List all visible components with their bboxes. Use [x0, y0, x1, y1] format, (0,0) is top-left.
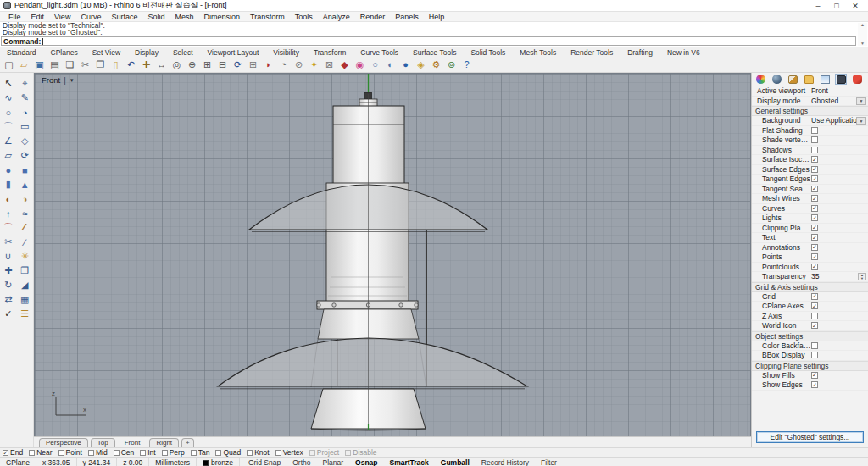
- viewport-tab-perspective[interactable]: Perspective: [39, 438, 88, 447]
- shaded-view-icon[interactable]: ◐: [384, 58, 397, 71]
- tool-loft-icon[interactable]: ≈: [17, 206, 34, 220]
- osnap-checkbox-mid[interactable]: [88, 450, 94, 456]
- viewport-title[interactable]: Front | ▼: [42, 75, 75, 85]
- menu-tools[interactable]: Tools: [290, 13, 318, 21]
- checkbox-tangent-edges[interactable]: ✓: [811, 175, 818, 182]
- menu-analyze[interactable]: Analyze: [318, 13, 355, 21]
- osnap-cen[interactable]: Cen: [114, 448, 135, 457]
- tool-rectangle-icon[interactable]: ▭: [17, 119, 34, 134]
- viewport-tab-front[interactable]: Front: [118, 438, 147, 447]
- checkbox-mesh-wires[interactable]: ✓: [811, 195, 818, 202]
- checkbox-flat-shading[interactable]: [811, 127, 818, 134]
- checkbox-lights[interactable]: ✓: [811, 214, 818, 221]
- cplane-indicator[interactable]: CPlane: [0, 458, 36, 466]
- tool-select-icon[interactable]: ↖: [0, 76, 17, 91]
- tool-trim-icon[interactable]: ✂: [0, 235, 17, 249]
- osnap-quad[interactable]: Quad: [215, 448, 241, 457]
- toolbar-tab-surface-tools[interactable]: Surface Tools: [413, 48, 456, 57]
- y-coordinate[interactable]: y 241.34: [77, 458, 118, 466]
- toggle-osnap[interactable]: Osnap: [355, 458, 377, 466]
- tool-fillet-icon[interactable]: ⌒: [0, 220, 17, 235]
- libraries-tab[interactable]: [852, 75, 862, 84]
- checkbox-surface-isocurves[interactable]: ✓: [811, 156, 818, 163]
- tool-revolve-icon[interactable]: ⟳: [17, 148, 34, 163]
- dropdown-arrow-icon[interactable]: ▼: [856, 117, 866, 125]
- color-wheel-icon[interactable]: ◉: [353, 58, 366, 71]
- checkbox-color-backfaces[interactable]: [811, 342, 818, 349]
- viewport-menu-caret-icon[interactable]: ▼: [70, 78, 75, 83]
- minimize-button[interactable]: –: [809, 2, 827, 10]
- maximize-button[interactable]: □: [827, 2, 846, 10]
- pan-view-icon[interactable]: ✚: [140, 58, 153, 71]
- menu-transform[interactable]: Transform: [245, 13, 290, 21]
- toggle-record-history[interactable]: Record History: [481, 458, 529, 466]
- osnap-disable[interactable]: Disable: [345, 448, 376, 457]
- tool-scale-icon[interactable]: ◢: [17, 278, 34, 292]
- tool-curve-icon[interactable]: ∿: [0, 91, 17, 105]
- toggle-smarttrack[interactable]: SmartTrack: [390, 458, 429, 466]
- material-icon[interactable]: ◈: [415, 58, 427, 71]
- pendant-lamp-model[interactable]: z x: [35, 74, 750, 435]
- properties-tab[interactable]: [755, 75, 765, 84]
- menu-panels[interactable]: Panels: [390, 13, 424, 21]
- osnap-checkbox-point[interactable]: [58, 450, 64, 456]
- x-coordinate[interactable]: x 363.05: [36, 458, 77, 466]
- osnap-perp[interactable]: Perp: [162, 448, 185, 457]
- tool-ellipse-icon[interactable]: ◔: [17, 105, 34, 119]
- toolbar-tab-standard[interactable]: Standard: [7, 48, 36, 57]
- menu-help[interactable]: Help: [424, 13, 450, 21]
- checkbox-pointclouds[interactable]: ✓: [811, 264, 818, 270]
- osnap-checkbox-near[interactable]: [29, 450, 35, 456]
- toolbar-tab-curve-tools[interactable]: Curve Tools: [360, 48, 398, 57]
- paste-icon[interactable]: ▯: [109, 58, 122, 71]
- checkbox-annotations[interactable]: ✓: [811, 244, 818, 251]
- options-gears-icon[interactable]: ⚙: [430, 58, 442, 71]
- osnap-checkbox-cen[interactable]: [114, 450, 120, 456]
- menu-surface[interactable]: Surface: [106, 13, 142, 21]
- tool-layers-icon[interactable]: ☰: [17, 307, 34, 321]
- layer-state-icon[interactable]: ◆: [338, 58, 351, 71]
- viewport-layout-icon[interactable]: ⊞: [247, 58, 259, 71]
- menu-curve[interactable]: Curve: [75, 13, 106, 21]
- tool-array-icon[interactable]: ▦: [17, 292, 34, 307]
- menu-view[interactable]: View: [49, 13, 75, 21]
- checkbox-tangent-seams[interactable]: ✓: [811, 186, 818, 192]
- viewport-tab-top[interactable]: Top: [91, 438, 115, 447]
- move-icon[interactable]: ↔: [155, 58, 168, 71]
- osnap-checkbox-tan[interactable]: [191, 450, 197, 456]
- toggle-ortho[interactable]: Ortho: [292, 458, 310, 466]
- checkbox-cplane-axes[interactable]: ✓: [811, 302, 818, 309]
- menu-solid[interactable]: Solid: [142, 13, 170, 21]
- help-icon[interactable]: ?: [460, 58, 473, 71]
- zoom-dynamic-icon[interactable]: ⊕: [186, 58, 198, 71]
- toggle-grid-snap[interactable]: Grid Snap: [248, 458, 281, 466]
- osnap-near[interactable]: Near: [29, 448, 52, 457]
- ghosted-view-icon[interactable]: ○: [369, 58, 381, 71]
- spinner-down-icon[interactable]: ▼: [860, 277, 864, 280]
- toolbar-tab-display[interactable]: Display: [135, 48, 159, 57]
- cut-icon[interactable]: ✂: [79, 58, 92, 71]
- osnap-tan[interactable]: Tan: [191, 448, 210, 457]
- tool-curve-interpolate-icon[interactable]: ✎: [17, 91, 34, 105]
- tool-box-icon[interactable]: ■: [17, 163, 34, 177]
- z-coordinate[interactable]: z 0.00: [117, 458, 149, 466]
- osnap-checkbox-vertex[interactable]: [275, 450, 281, 456]
- toolbar-tab-solid-tools[interactable]: Solid Tools: [470, 48, 505, 57]
- toolbar-tab-viewport-layout[interactable]: Viewport Layout: [208, 48, 259, 57]
- toolbar-tab-new-in-v6[interactable]: New in V6: [667, 48, 700, 57]
- toggle-planar[interactable]: Planar: [322, 458, 343, 466]
- tool-move-icon[interactable]: ✚: [0, 264, 17, 278]
- tool-check-icon[interactable]: ✓: [0, 307, 17, 321]
- tool-mirror-icon[interactable]: ⇄: [0, 292, 17, 307]
- edit-ghosted-settings-button[interactable]: Edit "Ghosted" settings...: [756, 431, 864, 443]
- toolbar-tab-set-view[interactable]: Set View: [92, 48, 120, 57]
- tool-cylinder-icon[interactable]: ▮: [0, 177, 17, 191]
- add-viewport-tab[interactable]: +: [181, 438, 194, 447]
- print-icon[interactable]: ▤: [48, 58, 61, 71]
- osnap-checkbox-perp[interactable]: [162, 450, 168, 456]
- checkbox-points[interactable]: ✓: [811, 253, 818, 260]
- rendered-view-icon[interactable]: ●: [399, 58, 412, 71]
- toolbar-tab-transform[interactable]: Transform: [314, 48, 346, 57]
- menu-mesh[interactable]: Mesh: [170, 13, 198, 21]
- menu-dimension[interactable]: Dimension: [198, 13, 245, 21]
